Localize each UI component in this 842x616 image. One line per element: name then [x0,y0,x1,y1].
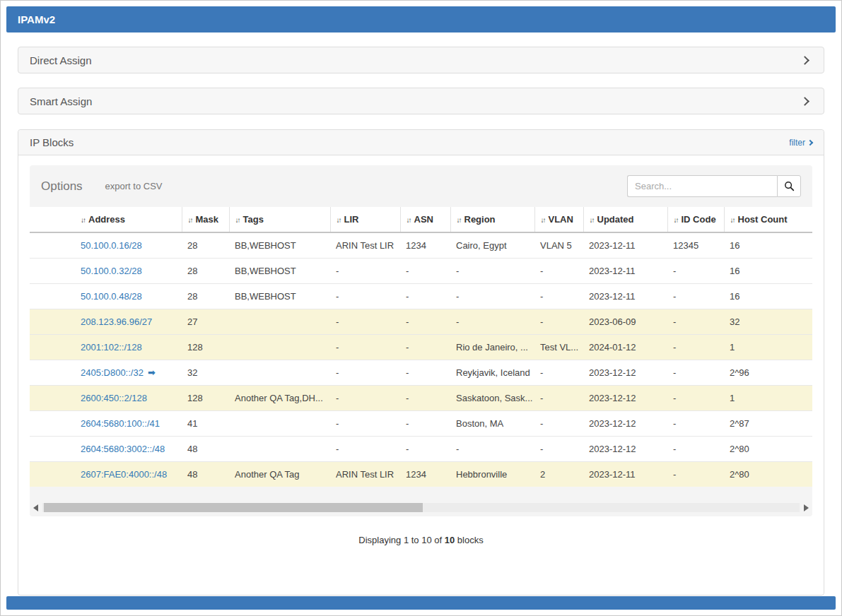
column-header-host-count[interactable]: ↓↑Host Count [724,207,812,232]
asn-cell: - [400,335,450,360]
id-code-cell: - [667,462,724,487]
lir-cell: ARIN Test LIR [330,462,400,487]
id-code-cell: - [667,284,724,309]
horizontal-scrollbar[interactable] [31,501,811,514]
tags-cell: Another QA Tag,DH... [229,386,330,411]
region-cell: - [450,284,534,309]
scrollbar-thumb[interactable] [44,503,423,512]
column-label: Host Count [738,214,788,225]
address-link[interactable]: 2600:450::2/128 [81,393,147,403]
address-cell: 50.100.0.48/28 [30,284,182,309]
id-code-cell: - [667,309,724,335]
region-cell: Reykjavik, Iceland [450,360,534,386]
id-code-cell: - [667,411,724,437]
column-label: Updated [597,214,634,225]
chevron-right-icon [800,56,809,65]
updated-cell: 2023-06-09 [583,309,667,335]
column-header-address[interactable]: ↓↑Address [30,207,182,232]
table-row: 2001:102::/128 128 - - Rio de Janeiro, .… [30,335,812,360]
sort-icon: ↓↑ [337,216,341,224]
tags-cell: BB,WEBHOST [229,259,330,284]
address-link[interactable]: 2607:FAE0:4000::/48 [81,469,167,480]
region-cell: Hebbronville [450,462,534,487]
updated-cell: 2023-12-11 [583,232,667,259]
smart-assign-label: Smart Assign [30,95,92,107]
direct-assign-panel[interactable]: Direct Assign [18,47,824,73]
address-cell: 2607:FAE0:4000::/48 [30,462,182,487]
address-link[interactable]: 2604:5680:3002::/48 [81,444,165,454]
address-link[interactable]: 50.100.0.48/28 [81,291,142,302]
asn-cell: 1234 [400,232,450,259]
column-header-tags[interactable]: ↓↑Tags [229,207,330,232]
column-header-updated[interactable]: ↓↑Updated [583,207,667,232]
sort-icon: ↓↑ [407,216,411,224]
address-link[interactable]: 2001:102::/128 [81,342,142,353]
updated-cell: 2024-01-12 [583,335,667,360]
column-header-vlan[interactable]: ↓↑VLAN [534,207,583,232]
tags-cell: Another QA Tag [229,462,330,487]
asn-cell: - [400,360,450,386]
address-cell: 2600:450::2/128 [30,386,182,411]
column-label: ID Code [682,214,716,225]
address-link[interactable]: 50.100.0.32/28 [81,266,142,276]
column-label: ASN [414,214,433,225]
lir-cell: - [330,411,400,437]
summary-suffix: blocks [455,535,483,545]
vlan-cell: - [534,411,583,437]
search-input[interactable] [627,175,777,197]
column-header-asn[interactable]: ↓↑ASN [400,207,450,232]
region-cell: Saskatoon, Sask... [450,386,534,411]
ip-blocks-table: ↓↑Address ↓↑Mask ↓↑Tags ↓↑LIR ↓↑ASN ↓↑Re… [30,207,812,487]
column-label: Address [88,214,125,225]
column-label: VLAN [549,214,573,225]
ip-blocks-heading: IP Blocks filter [18,130,824,155]
filter-link[interactable]: filter [789,138,812,148]
scroll-right-arrow-icon[interactable] [801,502,811,512]
vlan-cell: 2 [534,462,583,487]
column-header-id-code[interactable]: ↓↑ID Code [667,207,724,232]
table-row: 50.100.0.32/28 28 BB,WEBHOST - - - - 202… [30,259,812,284]
region-cell: - [450,309,534,335]
column-header-lir[interactable]: ↓↑LIR [330,207,400,232]
address-link[interactable]: 208.123.96.96/27 [81,316,152,327]
search-button[interactable] [777,175,801,197]
mask-cell: 48 [182,462,229,487]
address-link[interactable]: 2405:D800::/32 [81,367,144,378]
pagination-summary: Displaying 1 to 10 of 10 blocks [30,535,812,545]
main-content: Direct Assign Smart Assign IP Blocks fil… [6,32,836,596]
updated-cell: 2023-12-12 [583,437,667,462]
id-code-cell: - [667,259,724,284]
address-cell: 2405:D800::/32➡ [30,360,182,386]
export-csv-link[interactable]: export to CSV [105,181,163,191]
lir-cell: - [330,360,400,386]
mask-cell: 28 [182,284,229,309]
app-header: IPAMv2 [6,6,836,32]
sort-icon: ↓↑ [235,216,240,224]
tags-cell: BB,WEBHOST [229,284,330,309]
updated-cell: 2023-12-12 [583,411,667,437]
host-count-cell: 2^87 [724,411,812,437]
asn-cell: - [400,309,450,335]
table-row: 2604:5680:3002::/48 48 - - - - 2023-12-1… [30,437,812,462]
options-title: Options [41,179,83,194]
table-row: 2604:5680:100::/41 41 - - Boston, MA - 2… [30,411,812,437]
region-cell: Rio de Janeiro, ... [450,335,534,360]
asn-cell: - [400,284,450,309]
column-header-mask[interactable]: ↓↑Mask [182,207,229,232]
sort-icon: ↓↑ [457,216,461,224]
vlan-cell: - [534,309,583,335]
host-count-cell: 16 [724,284,812,309]
host-count-cell: 2^80 [724,437,812,462]
lir-cell: ARIN Test LIR [330,232,400,259]
scrollbar-track[interactable] [42,503,800,512]
summary-prefix: Displaying 1 to 10 of [358,535,444,545]
table-row: 50.100.0.48/28 28 BB,WEBHOST - - - - 202… [30,284,812,309]
updated-cell: 2023-12-11 [583,462,667,487]
address-link[interactable]: 50.100.0.16/28 [81,240,142,251]
scroll-left-arrow-icon[interactable] [31,502,41,512]
sort-icon: ↓↑ [590,216,594,224]
address-link[interactable]: 2604:5680:100::/41 [81,418,160,429]
sort-icon: ↓↑ [188,216,192,224]
smart-assign-panel[interactable]: Smart Assign [18,88,824,114]
column-header-region[interactable]: ↓↑Region [450,207,534,232]
